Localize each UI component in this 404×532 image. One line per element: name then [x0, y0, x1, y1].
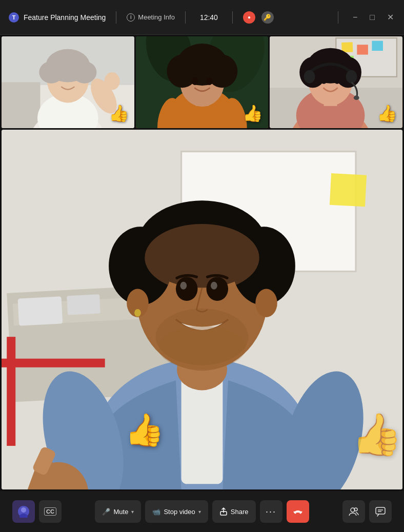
- avatar-button[interactable]: [12, 500, 35, 523]
- svg-rect-55: [17, 296, 63, 326]
- chat-icon: [375, 506, 386, 517]
- svg-rect-90: [376, 507, 385, 514]
- svg-point-72: [145, 224, 259, 292]
- svg-point-75: [134, 309, 141, 317]
- key-icon: 🔑: [261, 11, 274, 24]
- share-button[interactable]: Share: [212, 500, 256, 523]
- meeting-time: 12:40: [200, 13, 218, 22]
- mute-chevron-icon: ▾: [131, 509, 134, 515]
- control-group-center: 🎤 Mute ▾ 📹 Stop video ▾ Share ···: [95, 500, 309, 523]
- mute-button[interactable]: 🎤 Mute ▾: [95, 500, 141, 523]
- svg-rect-54: [2, 359, 105, 367]
- svg-rect-57: [330, 173, 367, 207]
- reaction-emoji-1: 👍: [109, 104, 129, 123]
- video-chevron-icon: ▾: [198, 509, 201, 515]
- close-button[interactable]: ✕: [385, 10, 396, 24]
- meeting-title-text: Feature Planning Meeting: [24, 13, 106, 22]
- svg-point-74: [255, 289, 277, 317]
- closed-captions-button[interactable]: CC: [39, 500, 62, 523]
- control-group-left: CC: [12, 500, 62, 523]
- svg-point-83: [21, 507, 26, 513]
- participants-icon: [349, 506, 359, 517]
- reaction-overlay-1: 👍: [2, 36, 134, 128]
- maximize-button[interactable]: □: [368, 11, 377, 24]
- corner-reaction: 👍: [351, 411, 402, 459]
- svg-text:T: T: [12, 14, 16, 21]
- participant-thumbnail-1[interactable]: 👍: [2, 36, 134, 128]
- reaction-overlay-2: 👍: [136, 36, 269, 128]
- minimize-button[interactable]: −: [351, 11, 359, 24]
- more-icon: ···: [266, 506, 276, 517]
- stop-video-label: Stop video: [164, 508, 195, 516]
- cc-icon: CC: [44, 507, 56, 516]
- corner-emoji: 👍: [351, 412, 402, 457]
- control-group-right: [342, 500, 392, 523]
- main-speaker-reaction: 👍: [125, 412, 164, 448]
- meeting-info-section[interactable]: i Meeting Info: [127, 13, 175, 22]
- svg-point-81: [156, 309, 249, 365]
- reaction-emoji-2: 👍: [243, 104, 263, 123]
- controls-divider: [338, 11, 338, 24]
- chat-button[interactable]: [369, 500, 392, 523]
- svg-point-76: [176, 277, 198, 301]
- meeting-info-label: Meeting Info: [138, 13, 175, 21]
- main-speaker-emoji: 👍: [125, 412, 164, 447]
- teams-logo-icon: T: [8, 12, 19, 23]
- camera-icon: 📹: [152, 508, 160, 516]
- title-divider: [116, 11, 116, 24]
- share-label: Share: [231, 508, 249, 516]
- control-bar: CC 🎤 Mute ▾ 📹 Stop video ▾ Share ···: [0, 491, 404, 532]
- main-speaker-video[interactable]: 👍 👍: [2, 130, 402, 489]
- participant-thumbnail-3[interactable]: 👍: [270, 36, 402, 128]
- video-grid: 👍: [0, 35, 404, 491]
- more-options-button[interactable]: ···: [260, 500, 282, 523]
- window-controls: − □ ✕: [334, 10, 396, 24]
- svg-point-78: [180, 282, 187, 290]
- recording-indicator: ●: [243, 11, 255, 24]
- reaction-overlay-3: 👍: [270, 36, 402, 128]
- reaction-emoji-3: 👍: [377, 104, 397, 123]
- title-bar: T Feature Planning Meeting i Meeting Inf…: [0, 0, 404, 35]
- svg-rect-53: [7, 337, 15, 446]
- participants-button[interactable]: [342, 500, 365, 523]
- mic-icon: 🎤: [102, 508, 110, 516]
- mute-label: Mute: [113, 508, 128, 516]
- share-icon: [219, 507, 228, 516]
- title-divider-2: [185, 11, 186, 24]
- stop-video-button[interactable]: 📹 Stop video ▾: [145, 500, 208, 523]
- thumbnails-row: 👍: [0, 35, 404, 128]
- end-call-icon: [293, 506, 303, 517]
- svg-point-77: [207, 277, 229, 301]
- svg-rect-56: [67, 294, 100, 315]
- meeting-title-section: T Feature Planning Meeting: [8, 12, 106, 23]
- info-circle-icon: i: [127, 13, 135, 22]
- svg-point-79: [211, 282, 217, 290]
- participant-thumbnail-2[interactable]: 👍: [136, 36, 269, 128]
- end-call-button[interactable]: [287, 500, 309, 523]
- svg-rect-60: [181, 375, 223, 484]
- title-divider-3: [232, 11, 233, 24]
